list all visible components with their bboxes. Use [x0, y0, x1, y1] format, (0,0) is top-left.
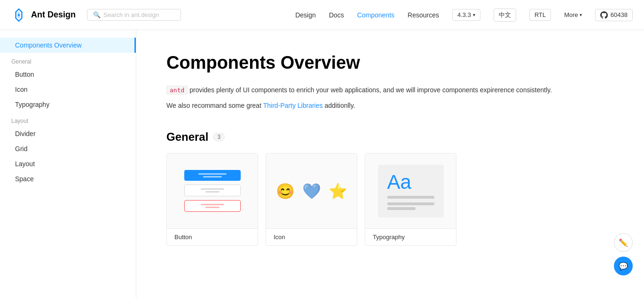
sidebar: Components Overview General Button Icon … — [0, 30, 136, 298]
page-wrap: Components Overview General Button Icon … — [0, 30, 644, 298]
icon-card-preview: 😊 💙 ⭐ — [266, 153, 357, 229]
language-switcher[interactable]: 中文 — [494, 8, 516, 22]
page-title: Components Overview — [166, 53, 614, 73]
sidebar-item-space[interactable]: Space — [0, 171, 136, 186]
logo[interactable]: Ant Design — [11, 8, 76, 23]
preview-default-button — [184, 185, 241, 196]
sidebar-item-divider[interactable]: Divider — [0, 126, 136, 141]
btn-line-6 — [205, 207, 220, 208]
rtl-button[interactable]: RTL — [529, 9, 551, 21]
general-cards-grid: Button 😊 💙 ⭐ Icon Aa — [166, 153, 614, 246]
preview-primary-button — [184, 170, 241, 181]
intro-text-3: additionlly. — [324, 102, 355, 109]
icon-card[interactable]: 😊 💙 ⭐ Icon — [266, 153, 357, 246]
heart-icon: 💙 — [302, 182, 321, 200]
general-section-header: General 3 — [166, 130, 614, 144]
nav-resources[interactable]: Resources — [408, 11, 439, 19]
btn-line-2 — [203, 176, 222, 177]
intro-paragraph-1: antd provides plenty of UI components to… — [166, 84, 614, 96]
sidebar-item-typography[interactable]: Typography — [0, 97, 136, 112]
btn-line-1 — [198, 173, 227, 175]
sidebar-group-general: General — [0, 53, 136, 67]
version-selector[interactable]: 4.3.3 ▾ — [452, 9, 480, 21]
smiley-icon: 😊 — [276, 182, 295, 200]
typography-card-preview: Aa — [365, 153, 456, 229]
general-section-title: General — [166, 130, 208, 144]
floating-buttons: ✏️ 💬 — [614, 233, 633, 275]
sidebar-item-grid[interactable]: Grid — [0, 141, 136, 156]
intro-paragraph-2: We also recommand some great Third-Party… — [166, 100, 614, 112]
intro-text-2: We also recommand some great — [166, 102, 263, 109]
github-count: 60438 — [611, 11, 628, 18]
typography-card[interactable]: Aa Typography — [365, 153, 456, 246]
icon-preview-content: 😊 💙 ⭐ — [276, 182, 347, 200]
typography-preview-content: Aa — [378, 165, 444, 217]
typo-line-1 — [387, 196, 434, 199]
more-menu[interactable]: More ▾ — [564, 11, 582, 18]
chat-icon: 💬 — [619, 262, 628, 271]
sidebar-item-icon[interactable]: Icon — [0, 82, 136, 97]
nav-design[interactable]: Design — [295, 11, 316, 19]
button-card[interactable]: Button — [166, 153, 258, 246]
pencil-float-button[interactable]: ✏️ — [614, 233, 633, 252]
intro-text-1: provides plenty of UI components to enri… — [189, 86, 552, 94]
star-icon: ⭐ — [329, 182, 347, 200]
main-content: Components Overview antd provides plenty… — [136, 30, 644, 298]
nav-docs[interactable]: Docs — [329, 11, 344, 19]
button-card-label: Button — [167, 229, 258, 245]
preview-danger-button — [184, 200, 241, 212]
btn-line-5 — [201, 204, 224, 205]
pencil-icon: ✏️ — [619, 238, 628, 247]
icon-card-label: Icon — [266, 229, 357, 245]
button-card-preview — [167, 153, 258, 229]
general-section-count: 3 — [213, 133, 225, 141]
btn-line-3 — [201, 188, 224, 190]
chat-float-button[interactable]: 💬 — [614, 257, 633, 275]
ant-design-logo-icon — [11, 8, 26, 23]
nav-links: Design Docs Components Resources 4.3.3 ▾… — [295, 8, 633, 22]
typo-line-3 — [387, 207, 416, 210]
search-box[interactable]: 🔍 Search in ant.design — [87, 9, 181, 21]
typography-aa: Aa — [387, 172, 434, 192]
typography-card-label: Typography — [365, 229, 456, 245]
logo-text: Ant Design — [31, 10, 76, 20]
sidebar-item-components-overview[interactable]: Components Overview — [0, 38, 136, 53]
sidebar-item-layout[interactable]: Layout — [0, 156, 136, 171]
btn-line-4 — [205, 191, 220, 193]
third-party-link[interactable]: Third-Party Libraries — [263, 102, 323, 109]
top-navigation: Ant Design 🔍 Search in ant.design Design… — [0, 0, 644, 30]
version-chevron: ▾ — [473, 12, 475, 17]
search-placeholder: Search in ant.design — [103, 11, 159, 18]
more-chevron: ▾ — [580, 12, 582, 17]
sidebar-item-button[interactable]: Button — [0, 67, 136, 82]
antd-code-tag: antd — [166, 86, 188, 95]
github-icon — [600, 11, 608, 19]
github-button[interactable]: 60438 — [595, 9, 633, 21]
search-icon: 🔍 — [93, 11, 101, 18]
typo-line-2 — [387, 202, 434, 205]
nav-components[interactable]: Components — [357, 11, 394, 19]
button-preview-content — [184, 170, 241, 212]
version-label: 4.3.3 — [457, 11, 471, 18]
sidebar-group-layout: Layout — [0, 112, 136, 126]
